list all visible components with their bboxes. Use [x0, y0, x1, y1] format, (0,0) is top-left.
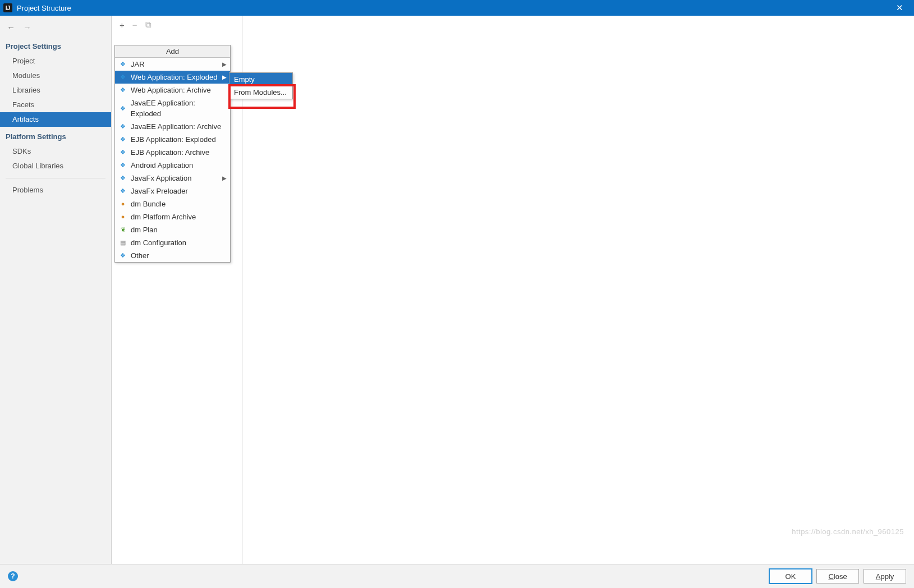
doc-icon: ▤ [118, 238, 127, 247]
add-menu-item-label: Web Application: Exploded [131, 72, 217, 82]
add-menu-item[interactable]: ❖EJB Application: Archive [115, 146, 230, 159]
add-menu-item-label: JavaEE Application: Archive [131, 121, 221, 132]
nav-forward-button[interactable]: → [23, 22, 31, 32]
add-menu-item[interactable]: ❦dm Plan [115, 223, 230, 236]
add-menu-item-label: dm Plan [131, 224, 158, 235]
project-structure-dialog: IJ Project Structure ✕ ← → Project Setti… [0, 0, 914, 588]
add-menu-item[interactable]: ❖EJB Application: Exploded [115, 133, 230, 146]
add-menu-item-label: JavaEE Application: Exploded [131, 98, 227, 119]
diamond-icon: ❖ [118, 86, 127, 95]
diamond-icon: ❖ [118, 104, 127, 113]
add-menu-item-label: Other [131, 250, 149, 261]
add-menu-item[interactable]: ●dm Platform Archive [115, 210, 230, 223]
add-menu-item[interactable]: ❖JavaFx Preloader [115, 185, 230, 197]
add-menu-item-label: JavaFx Preloader [131, 186, 188, 196]
add-menu-item-label: EJB Application: Exploded [131, 134, 216, 145]
add-menu-item-label: dm Platform Archive [131, 212, 196, 222]
add-menu-item[interactable]: ❖JavaEE Application: Archive [115, 120, 230, 133]
nav-item-sdks[interactable]: SDKs [0, 144, 111, 159]
nav-item-facets[interactable]: Facets [0, 98, 111, 112]
sidebar: ← → Project Settings Project Modules Lib… [0, 16, 112, 564]
add-menu-item[interactable]: ●dm Bundle [115, 197, 230, 210]
diamond-icon: ❖ [118, 174, 127, 183]
nav-item-global-libraries[interactable]: Global Libraries [0, 159, 111, 173]
ok-button[interactable]: OK [769, 569, 812, 584]
diamond-icon: ❖ [118, 187, 127, 196]
submenu-item[interactable]: From Modules... [229, 86, 292, 99]
leaf-icon: ❦ [118, 226, 127, 235]
app-icon: IJ [3, 3, 12, 12]
diamond-icon: ❖ [118, 73, 127, 82]
section-platform-settings: Platform Settings [0, 130, 111, 144]
add-artifact-submenu: EmptyFrom Modules... [229, 72, 293, 99]
diamond-icon: ❖ [118, 60, 127, 69]
chevron-right-icon: ▶ [222, 72, 227, 82]
add-menu-item-label: Android Application [131, 160, 193, 171]
circle-icon: ● [118, 213, 127, 222]
nav-item-libraries[interactable]: Libraries [0, 83, 111, 98]
add-menu-item[interactable]: ❖Web Application: Archive [115, 84, 230, 97]
artifacts-toolbar: + − ⧉ [112, 16, 242, 33]
add-menu-item[interactable]: ❖JAR▶ [115, 58, 230, 71]
add-menu-item-label: JAR [131, 59, 145, 70]
dialog-body: ← → Project Settings Project Modules Lib… [0, 16, 914, 564]
add-menu-item-label: EJB Application: Archive [131, 147, 209, 158]
add-menu-item-label: dm Configuration [131, 237, 186, 248]
dialog-footer: ? OK Close Apply [0, 564, 914, 588]
add-menu-item-label: JavaFx Application [131, 173, 191, 183]
sidebar-separator [6, 178, 105, 178]
add-menu-title: Add [115, 45, 230, 58]
copy-artifact-button[interactable]: ⧉ [145, 20, 151, 30]
circle-icon: ● [118, 200, 127, 209]
diamond-icon: ❖ [118, 122, 127, 131]
add-menu-item-label: dm Bundle [131, 199, 166, 209]
window-close-button[interactable]: ✕ [888, 0, 911, 16]
add-menu-item[interactable]: ❖JavaEE Application: Exploded [115, 97, 230, 120]
add-menu-item-label: Web Application: Archive [131, 85, 211, 95]
add-menu-item[interactable]: ▤dm Configuration [115, 236, 230, 249]
close-button[interactable]: Close [816, 569, 859, 584]
artifact-detail-pane [242, 16, 914, 564]
nav-item-project[interactable]: Project [0, 54, 111, 68]
nav-item-artifacts[interactable]: Artifacts [0, 112, 111, 127]
diamond-icon: ❖ [118, 148, 127, 157]
submenu-item[interactable]: Empty [229, 73, 292, 86]
apply-button[interactable]: Apply [864, 569, 906, 584]
diamond-icon: ❖ [118, 251, 127, 260]
add-artifact-button[interactable]: + [120, 20, 125, 30]
add-menu-item[interactable]: ❖Web Application: Exploded▶ [115, 71, 230, 84]
add-menu-item[interactable]: ❖Other [115, 249, 230, 262]
add-menu-item[interactable]: ❖Android Application [115, 159, 230, 172]
titlebar: IJ Project Structure ✕ [0, 0, 914, 16]
diamond-icon: ❖ [118, 135, 127, 144]
add-menu-item[interactable]: ❖JavaFx Application▶ [115, 172, 230, 185]
nav-back-button[interactable]: ← [7, 22, 15, 32]
nav-item-modules[interactable]: Modules [0, 68, 111, 83]
window-title: Project Structure [17, 4, 888, 12]
help-button[interactable]: ? [8, 571, 18, 581]
chevron-right-icon: ▶ [222, 173, 227, 183]
nav-item-problems[interactable]: Problems [0, 183, 111, 197]
section-project-settings: Project Settings [0, 40, 111, 54]
add-artifact-menu: Add ❖JAR▶❖Web Application: Exploded▶❖Web… [114, 45, 231, 263]
chevron-right-icon: ▶ [222, 59, 227, 70]
nav-history: ← → [0, 20, 111, 40]
diamond-icon: ❖ [118, 161, 127, 170]
remove-artifact-button[interactable]: − [132, 20, 137, 30]
